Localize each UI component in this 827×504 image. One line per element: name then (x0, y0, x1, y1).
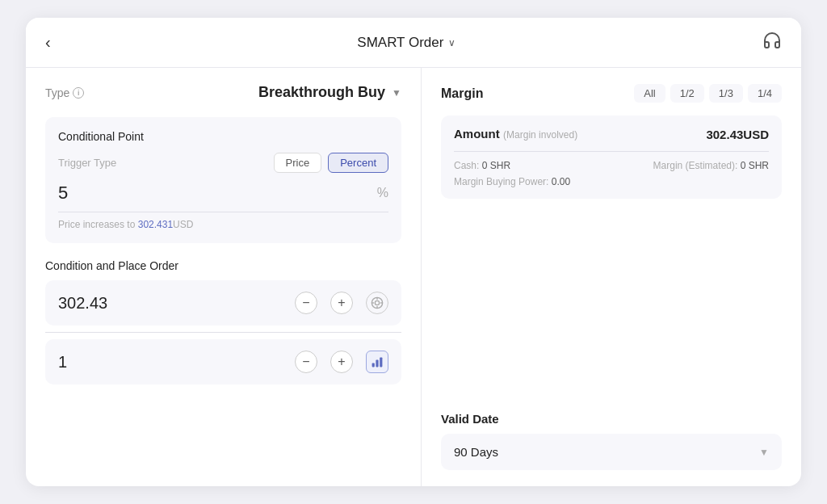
price-hint: Price increases to 302.431USD (58, 219, 388, 230)
valid-date-title: Valid Date (441, 412, 782, 426)
margin-header: Margin All 1/2 1/3 1/4 (441, 84, 782, 103)
margin-tab-half[interactable]: 1/2 (670, 84, 704, 103)
app-container: ‹ SMART Order ∨ Type (0, 0, 827, 504)
amount-row: Amount (Margin involved) 302.43USD (454, 127, 769, 141)
amount-section: Amount (Margin involved) 302.43USD Cash:… (441, 116, 782, 199)
header: ‹ SMART Order ∨ (26, 18, 801, 68)
smart-order-title: SMART Order (357, 35, 443, 51)
back-button[interactable]: ‹ (45, 33, 51, 52)
svg-rect-7 (376, 360, 378, 368)
type-label-group: Type i (45, 86, 84, 99)
svg-point-1 (375, 300, 379, 304)
buying-value: 0.00 (552, 176, 570, 187)
qty-minus-button[interactable]: − (295, 351, 317, 373)
hint-link-value: 302.431 (138, 219, 173, 230)
svg-rect-6 (372, 363, 375, 368)
valid-date-dropdown[interactable]: 90 Days ▼ (441, 434, 782, 470)
amount-sublabel: (Margin involved) (503, 129, 577, 141)
buying-label: Margin Buying Power: (454, 176, 548, 187)
percent-unit: % (377, 186, 388, 200)
type-label-text: Type (45, 86, 69, 99)
quantity-input-controls: − + (295, 351, 388, 373)
type-info-icon[interactable]: i (73, 87, 84, 99)
trigger-type-label: Trigger Type (58, 157, 116, 169)
amount-label-group: Amount (Margin involved) (454, 127, 577, 141)
margin-title: Margin (441, 86, 483, 101)
hint-suffix: USD (173, 219, 193, 230)
cash-label: Cash: (454, 160, 479, 171)
right-panel: Margin All 1/2 1/3 1/4 Amount (422, 68, 801, 486)
price-minus-button[interactable]: − (295, 292, 317, 314)
price-input-value: 302.43 (58, 294, 107, 313)
valid-date-value: 90 Days (454, 445, 498, 459)
percent-value: 5 (58, 183, 68, 204)
condition-order-title: Condition and Place Order (45, 259, 401, 272)
trigger-buttons: Price Percent (274, 153, 388, 173)
amount-divider (454, 151, 769, 152)
type-value-text: Breakthrough Buy (258, 84, 385, 101)
chart-icon[interactable] (366, 351, 388, 373)
valid-date-arrow-icon: ▼ (759, 447, 769, 458)
body: Type i Breakthrough Buy ▼ Conditional Po… (26, 68, 801, 486)
left-panel: Type i Breakthrough Buy ▼ Conditional Po… (26, 68, 422, 486)
type-row: Type i Breakthrough Buy ▼ (45, 84, 401, 101)
cash-label-group: Cash: 0 SHR (454, 160, 510, 171)
buying-power-row: Margin Buying Power: 0.00 (454, 176, 769, 187)
margin-tab-quarter[interactable]: 1/4 (748, 84, 782, 103)
title-dropdown-arrow[interactable]: ∨ (448, 37, 455, 48)
qty-plus-button[interactable]: + (330, 351, 353, 373)
margin-tabs: All 1/2 1/3 1/4 (634, 84, 782, 103)
quantity-input-value: 1 (58, 353, 67, 372)
price-input-controls: − + (295, 292, 388, 314)
margin-tab-third[interactable]: 1/3 (709, 84, 743, 103)
type-dropdown-arrow-icon: ▼ (392, 87, 401, 99)
headset-icon[interactable] (762, 31, 782, 54)
margin-est-value: 0 SHR (741, 160, 769, 171)
cash-row: Cash: 0 SHR Margin (Estimated): 0 SHR (454, 160, 769, 171)
price-plus-button[interactable]: + (330, 292, 353, 314)
percent-value-row: 5 % (58, 183, 388, 204)
divider-1 (58, 212, 388, 212)
margin-est-group: Margin (Estimated): 0 SHR (653, 160, 769, 171)
target-icon[interactable] (366, 292, 388, 314)
valid-date-section: Valid Date 90 Days ▼ (441, 412, 782, 470)
cash-value: 0 SHR (482, 160, 510, 171)
header-title: SMART Order ∨ (357, 35, 455, 51)
trigger-row: Trigger Type Price Percent (58, 153, 388, 173)
svg-rect-8 (380, 357, 382, 367)
amount-value: 302.43USD (706, 128, 769, 141)
margin-section: Margin All 1/2 1/3 1/4 Amount (441, 84, 782, 199)
price-button[interactable]: Price (274, 153, 322, 173)
type-value-group[interactable]: Breakthrough Buy ▼ (258, 84, 401, 101)
margin-tab-all[interactable]: All (634, 84, 665, 103)
price-input-row: 302.43 − + (45, 280, 401, 326)
margin-est-label: Margin (Estimated): (653, 160, 738, 171)
row-divider (45, 332, 401, 333)
amount-label: Amount (454, 127, 500, 141)
quantity-input-row: 1 − + (45, 339, 401, 384)
hint-prefix: Price increases to (58, 219, 138, 230)
condition-order-section: Condition and Place Order 302.43 − + (45, 259, 401, 391)
main-card: ‹ SMART Order ∨ Type (26, 18, 801, 486)
conditional-point-title: Conditional Point (58, 130, 388, 143)
percent-button[interactable]: Percent (328, 153, 388, 173)
conditional-point-card: Conditional Point Trigger Type Price Per… (45, 117, 401, 243)
